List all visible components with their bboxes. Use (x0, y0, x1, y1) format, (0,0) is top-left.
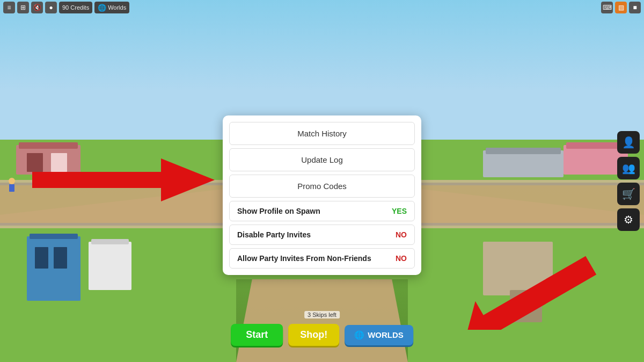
friends-button[interactable]: 👥 (617, 157, 640, 179)
keyboard-icon[interactable]: ⌨ (601, 2, 613, 13)
worlds-button[interactable]: 🌐 Worlds (94, 2, 129, 13)
settings-button[interactable]: ⚙ (617, 208, 640, 231)
svg-rect-14 (19, 142, 78, 149)
svg-rect-26 (566, 142, 625, 149)
menu-icon[interactable]: ≡ (3, 2, 15, 13)
mute-icon[interactable]: 🔇 (31, 2, 43, 13)
credits-label: 90 Credits (62, 4, 89, 11)
menu-panel: Match History Update Log Promo Codes Sho… (223, 115, 421, 275)
disable-party-invites-toggle[interactable]: Disable Party Invites NO (229, 225, 415, 245)
right-sidebar: 👤 👥 🛒 ⚙ (617, 131, 640, 231)
allow-party-label: Allow Party Invites From Non-Friends (237, 254, 371, 263)
left-arrow (32, 158, 215, 201)
credits-button[interactable]: 90 Credits (59, 2, 92, 13)
shop-button[interactable]: Shop! (288, 324, 339, 346)
svg-rect-19 (35, 247, 48, 269)
svg-rect-34 (9, 184, 14, 192)
bottom-buttons: Start Shop! 🌐 WORLDS (231, 324, 413, 346)
black-icon[interactable]: ■ (629, 2, 641, 13)
profile-button[interactable]: 👤 (617, 131, 640, 154)
globe-icon: 🌐 (98, 4, 106, 12)
shop-sidebar-button[interactable]: 🛒 (617, 183, 640, 205)
cart-icon: 🛒 (622, 187, 635, 200)
disable-party-value: NO (396, 230, 407, 239)
person-icon: 👤 (622, 136, 635, 149)
svg-marker-31 (0, 226, 236, 228)
top-bar-right: ⌨ ▧ ■ (601, 2, 641, 13)
match-history-button[interactable]: Match History (229, 122, 415, 145)
svg-point-33 (9, 178, 15, 184)
update-log-button[interactable]: Update Log (229, 148, 415, 171)
svg-rect-21 (89, 242, 131, 290)
svg-rect-17 (27, 236, 80, 301)
svg-rect-18 (30, 234, 78, 239)
allow-party-value: NO (396, 254, 407, 263)
worlds-bottom-button[interactable]: 🌐 WORLDS (345, 325, 413, 345)
svg-marker-35 (32, 158, 215, 201)
menu-scroll[interactable]: Match History Update Log Promo Codes Sho… (229, 122, 415, 269)
orange-icon[interactable]: ▧ (615, 2, 627, 13)
friends-icon: 👥 (622, 162, 635, 175)
show-profile-value: YES (392, 207, 407, 215)
worlds-globe-icon: 🌐 (354, 330, 364, 340)
svg-rect-20 (54, 247, 67, 269)
show-profile-label: Show Profile on Spawn (237, 207, 320, 215)
svg-marker-36 (451, 242, 601, 330)
svg-rect-22 (91, 239, 129, 244)
bottom-bar: 3 Skips left Start Shop! 🌐 WORLDS (231, 311, 413, 346)
promo-codes-button[interactable]: Promo Codes (229, 175, 415, 198)
gear-icon: ⚙ (624, 213, 633, 226)
svg-rect-23 (483, 150, 564, 177)
right-bottom-arrow (451, 222, 601, 330)
disable-party-label: Disable Party Invites (237, 230, 311, 239)
top-bar: ≡ ⊞ 🔇 ● 90 Credits 🌐 Worlds ⌨ ▧ ■ (0, 0, 644, 15)
svg-rect-24 (486, 148, 561, 154)
worlds-label: Worlds (108, 4, 126, 11)
show-profile-toggle[interactable]: Show Profile on Spawn YES (229, 201, 415, 221)
skips-label: 3 Skips left (304, 311, 340, 318)
grid-icon[interactable]: ⊞ (17, 2, 29, 13)
start-button[interactable]: Start (231, 324, 283, 346)
allow-party-invites-toggle[interactable]: Allow Party Invites From Non-Friends NO (229, 248, 415, 269)
record-icon[interactable]: ● (45, 2, 57, 13)
